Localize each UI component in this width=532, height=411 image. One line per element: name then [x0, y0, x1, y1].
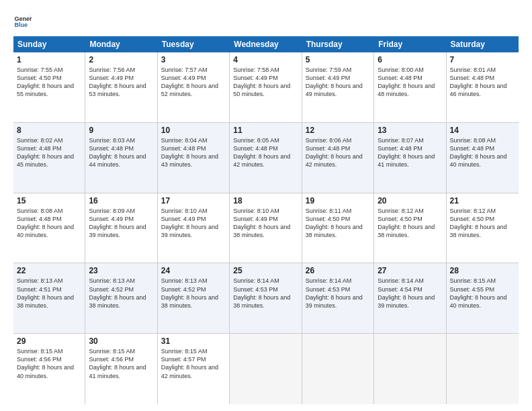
day-number: 22 [17, 266, 81, 275]
cell-info: Sunrise: 8:12 AM Sunset: 4:50 PM Dayligh… [378, 207, 442, 240]
day-number: 29 [17, 336, 81, 346]
header-cell-thursday: Thursday [302, 36, 374, 52]
header-cell-wednesday: Wednesday [230, 36, 302, 52]
cell-info: Sunrise: 8:15 AM Sunset: 4:57 PM Dayligh… [161, 347, 226, 380]
calendar-cell: 11Sunrise: 8:05 AM Sunset: 4:48 PM Dayli… [230, 123, 302, 193]
cell-info: Sunrise: 8:02 AM Sunset: 4:48 PM Dayligh… [17, 136, 81, 169]
day-number: 14 [450, 126, 515, 135]
cell-info: Sunrise: 8:10 AM Sunset: 4:49 PM Dayligh… [161, 207, 226, 240]
day-number: 15 [17, 196, 81, 205]
day-number: 24 [161, 266, 226, 275]
logo-icon: General Blue [13, 12, 32, 31]
day-number: 27 [378, 266, 442, 275]
calendar-cell: 12Sunrise: 8:06 AM Sunset: 4:48 PM Dayli… [302, 123, 374, 193]
calendar-cell: 15Sunrise: 8:08 AM Sunset: 4:48 PM Dayli… [13, 193, 85, 263]
calendar-cell: 25Sunrise: 8:14 AM Sunset: 4:53 PM Dayli… [230, 263, 302, 333]
cell-info: Sunrise: 8:00 AM Sunset: 4:48 PM Dayligh… [378, 66, 442, 99]
calendar-cell: 31Sunrise: 8:15 AM Sunset: 4:57 PM Dayli… [158, 334, 230, 404]
header-cell-saturday: Saturday [447, 36, 519, 52]
calendar-cell: 4Sunrise: 7:58 AM Sunset: 4:49 PM Daylig… [230, 52, 302, 122]
svg-text:General: General [14, 15, 32, 22]
day-number: 26 [306, 266, 370, 275]
day-number: 11 [233, 126, 298, 135]
header-cell-tuesday: Tuesday [158, 36, 230, 52]
day-number: 6 [378, 55, 442, 64]
day-number: 21 [450, 196, 515, 205]
calendar-cell: 18Sunrise: 8:10 AM Sunset: 4:49 PM Dayli… [230, 193, 302, 263]
cell-info: Sunrise: 8:08 AM Sunset: 4:48 PM Dayligh… [450, 136, 515, 169]
calendar-cell: 26Sunrise: 8:14 AM Sunset: 4:53 PM Dayli… [302, 263, 374, 333]
logo: General Blue [13, 12, 32, 31]
calendar-cell: 13Sunrise: 8:07 AM Sunset: 4:48 PM Dayli… [374, 123, 446, 193]
header-cell-friday: Friday [374, 36, 446, 52]
day-number: 5 [306, 55, 370, 64]
cell-info: Sunrise: 8:13 AM Sunset: 4:51 PM Dayligh… [17, 277, 81, 310]
day-number: 18 [233, 196, 298, 205]
calendar-cell [447, 334, 519, 404]
cell-info: Sunrise: 8:09 AM Sunset: 4:49 PM Dayligh… [89, 207, 153, 240]
calendar-body: 1Sunrise: 7:55 AM Sunset: 4:50 PM Daylig… [13, 52, 519, 404]
calendar-cell: 27Sunrise: 8:14 AM Sunset: 4:54 PM Dayli… [374, 263, 446, 333]
calendar-cell: 17Sunrise: 8:10 AM Sunset: 4:49 PM Dayli… [158, 193, 230, 263]
cell-info: Sunrise: 7:59 AM Sunset: 4:49 PM Dayligh… [306, 66, 370, 99]
cell-info: Sunrise: 8:14 AM Sunset: 4:53 PM Dayligh… [306, 277, 370, 310]
day-number: 25 [233, 266, 298, 275]
calendar-cell: 8Sunrise: 8:02 AM Sunset: 4:48 PM Daylig… [13, 123, 85, 193]
day-number: 10 [161, 126, 226, 135]
cell-info: Sunrise: 8:11 AM Sunset: 4:50 PM Dayligh… [306, 207, 370, 240]
cell-info: Sunrise: 8:14 AM Sunset: 4:54 PM Dayligh… [378, 277, 442, 310]
svg-text:Blue: Blue [14, 21, 28, 28]
header-cell-sunday: Sunday [13, 36, 85, 52]
day-number: 23 [89, 266, 153, 275]
calendar-cell: 29Sunrise: 8:15 AM Sunset: 4:56 PM Dayli… [13, 334, 85, 404]
day-number: 17 [161, 196, 226, 205]
day-number: 4 [233, 55, 298, 64]
calendar-cell: 22Sunrise: 8:13 AM Sunset: 4:51 PM Dayli… [13, 263, 85, 333]
calendar-row-0: 1Sunrise: 7:55 AM Sunset: 4:50 PM Daylig… [13, 52, 519, 123]
day-number: 20 [378, 196, 442, 205]
cell-info: Sunrise: 8:15 AM Sunset: 4:56 PM Dayligh… [89, 347, 153, 380]
day-number: 12 [306, 126, 370, 135]
cell-info: Sunrise: 8:03 AM Sunset: 4:48 PM Dayligh… [89, 136, 153, 169]
calendar-cell: 6Sunrise: 8:00 AM Sunset: 4:48 PM Daylig… [374, 52, 446, 122]
cell-info: Sunrise: 8:05 AM Sunset: 4:48 PM Dayligh… [233, 136, 298, 169]
calendar-cell: 30Sunrise: 8:15 AM Sunset: 4:56 PM Dayli… [85, 334, 157, 404]
calendar-header: SundayMondayTuesdayWednesdayThursdayFrid… [13, 36, 519, 52]
cell-info: Sunrise: 8:14 AM Sunset: 4:53 PM Dayligh… [233, 277, 298, 310]
day-number: 19 [306, 196, 370, 205]
calendar-cell: 21Sunrise: 8:12 AM Sunset: 4:50 PM Dayli… [447, 193, 519, 263]
day-number: 9 [89, 126, 153, 135]
calendar-cell: 19Sunrise: 8:11 AM Sunset: 4:50 PM Dayli… [302, 193, 374, 263]
calendar-cell: 23Sunrise: 8:13 AM Sunset: 4:52 PM Dayli… [85, 263, 157, 333]
day-number: 16 [89, 196, 153, 205]
cell-info: Sunrise: 8:08 AM Sunset: 4:48 PM Dayligh… [17, 207, 81, 240]
calendar-row-4: 29Sunrise: 8:15 AM Sunset: 4:56 PM Dayli… [13, 334, 519, 404]
cell-info: Sunrise: 8:15 AM Sunset: 4:55 PM Dayligh… [450, 277, 515, 310]
calendar-cell: 10Sunrise: 8:04 AM Sunset: 4:48 PM Dayli… [158, 123, 230, 193]
calendar-cell [302, 334, 374, 404]
cell-info: Sunrise: 7:56 AM Sunset: 4:49 PM Dayligh… [89, 66, 153, 99]
cell-info: Sunrise: 7:55 AM Sunset: 4:50 PM Dayligh… [17, 66, 81, 99]
header: General Blue [13, 12, 519, 31]
cell-info: Sunrise: 8:04 AM Sunset: 4:48 PM Dayligh… [161, 136, 226, 169]
calendar-cell [230, 334, 302, 404]
calendar-cell: 5Sunrise: 7:59 AM Sunset: 4:49 PM Daylig… [302, 52, 374, 122]
calendar-cell: 2Sunrise: 7:56 AM Sunset: 4:49 PM Daylig… [85, 52, 157, 122]
cell-info: Sunrise: 8:13 AM Sunset: 4:52 PM Dayligh… [89, 277, 153, 310]
header-cell-monday: Monday [85, 36, 157, 52]
day-number: 2 [89, 55, 153, 64]
calendar-cell: 28Sunrise: 8:15 AM Sunset: 4:55 PM Dayli… [447, 263, 519, 333]
page: General Blue SundayMondayTuesdayWednesda… [0, 0, 532, 411]
calendar-cell: 24Sunrise: 8:13 AM Sunset: 4:52 PM Dayli… [158, 263, 230, 333]
cell-info: Sunrise: 8:06 AM Sunset: 4:48 PM Dayligh… [306, 136, 370, 169]
cell-info: Sunrise: 8:13 AM Sunset: 4:52 PM Dayligh… [161, 277, 226, 310]
calendar-cell: 3Sunrise: 7:57 AM Sunset: 4:49 PM Daylig… [158, 52, 230, 122]
cell-info: Sunrise: 8:10 AM Sunset: 4:49 PM Dayligh… [233, 207, 298, 240]
cell-info: Sunrise: 8:15 AM Sunset: 4:56 PM Dayligh… [17, 347, 81, 380]
day-number: 28 [450, 266, 515, 275]
calendar-cell: 16Sunrise: 8:09 AM Sunset: 4:49 PM Dayli… [85, 193, 157, 263]
calendar-cell: 20Sunrise: 8:12 AM Sunset: 4:50 PM Dayli… [374, 193, 446, 263]
day-number: 3 [161, 55, 226, 64]
calendar-cell [374, 334, 446, 404]
cell-info: Sunrise: 8:01 AM Sunset: 4:48 PM Dayligh… [450, 66, 515, 99]
